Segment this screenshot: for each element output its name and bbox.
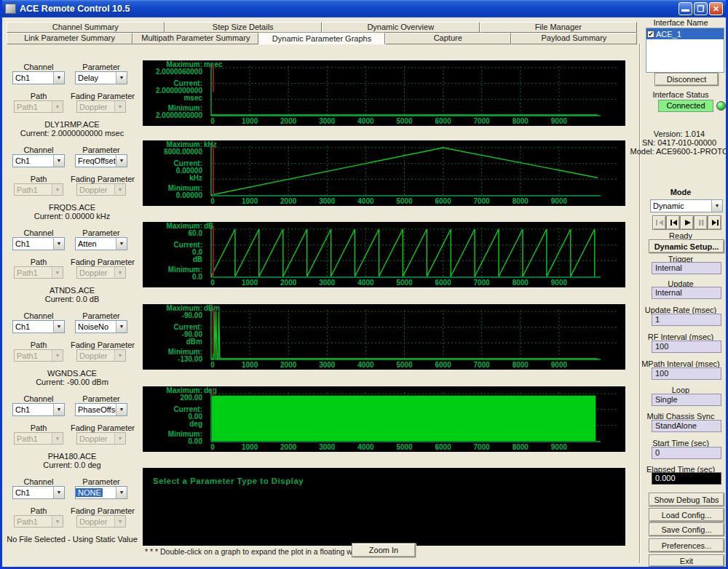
channel-dropdown[interactable]: Ch1▼ — [12, 237, 65, 250]
parameter-dropdown[interactable]: NoiseNo▼ — [75, 320, 127, 333]
channel-dropdown[interactable]: Ch1▼ — [12, 320, 65, 333]
chevron-down-icon[interactable]: ▼ — [53, 487, 64, 498]
trigger-field[interactable]: Internal — [652, 262, 721, 274]
step-back-icon[interactable] — [666, 215, 680, 230]
chevron-down-icon: ▼ — [114, 433, 125, 444]
loop-field[interactable]: Single — [652, 394, 721, 406]
maximize-button-icon[interactable]: ❒ — [694, 2, 708, 15]
path-label: Path — [12, 92, 65, 100]
load-config--button[interactable]: Load Config... — [649, 508, 724, 522]
parameter-group-3: ChannelParameterCh1▼Atten▼PathFading Par… — [2, 228, 142, 311]
tab-step-size-details[interactable]: Step Size Details — [165, 22, 323, 33]
svg-text:6000: 6000 — [435, 279, 451, 287]
mode-dropdown[interactable]: Dynamic ▼ — [650, 199, 723, 212]
tab-file-manager[interactable]: File Manager — [480, 22, 638, 33]
chevron-down-icon[interactable]: ▼ — [53, 72, 64, 84]
svg-text:7000: 7000 — [474, 197, 491, 205]
parameter-dropdown[interactable]: PhaseOffset▼ — [75, 403, 127, 416]
chevron-down-icon[interactable]: ▼ — [116, 238, 127, 250]
chevron-down-icon[interactable]: ▼ — [53, 155, 64, 167]
rf-interval-msec--field[interactable]: 100 — [652, 341, 721, 353]
chevron-down-icon[interactable]: ▼ — [116, 487, 127, 498]
play-icon[interactable] — [680, 215, 694, 230]
chevron-down-icon[interactable]: ▼ — [116, 155, 127, 167]
disconnect-button[interactable]: Disconnect — [654, 73, 719, 86]
tab-link-parameter-summary[interactable]: Link Parameter Summary — [7, 33, 132, 44]
mpath-interval-msec--field[interactable]: 100 — [652, 367, 721, 380]
svg-text:8000: 8000 — [513, 117, 529, 125]
update-field[interactable]: Internal — [652, 287, 721, 299]
update-rate-msec--field[interactable]: 1 — [652, 314, 721, 326]
channel-label: Channel — [12, 477, 65, 486]
tab-dynamic-overview[interactable]: Dynamic Overview — [322, 22, 480, 33]
parameter-label: Parameter — [75, 146, 127, 154]
tab-capture[interactable]: Capture — [385, 33, 511, 44]
checkbox-checked-icon[interactable]: ✔ — [647, 31, 654, 38]
parameter-dropdown[interactable]: FreqOffset▼ — [75, 154, 127, 167]
graph-panel-1[interactable]: Maximum:2.0000060000Current:2.0000000000… — [143, 60, 625, 126]
mode-label: Mode — [636, 188, 726, 196]
parameter-dropdown[interactable]: Atten▼ — [75, 237, 127, 250]
start-time-sec--field[interactable]: 0 — [652, 447, 721, 459]
parameter-group-5: ChannelParameterCh1▼PhaseOffset▼PathFadi… — [2, 394, 142, 477]
svg-text:4000: 4000 — [357, 443, 374, 451]
exit-button[interactable]: Exit — [649, 554, 724, 567]
save-config--button[interactable]: Save Config... — [649, 522, 724, 536]
zoom-in-button[interactable]: Zoom In — [352, 543, 416, 557]
channel-dropdown[interactable]: Ch1▼ — [12, 403, 65, 416]
show-debug-tabs-button[interactable]: Show Debug Tabs — [649, 493, 724, 506]
path-value: Path1 — [15, 351, 52, 360]
svg-text:7000: 7000 — [474, 117, 491, 125]
svg-text:7000: 7000 — [474, 443, 491, 451]
path-label: Path — [12, 506, 65, 515]
graph-panel-6[interactable]: Select a Parameter Type to Display — [143, 468, 625, 546]
path-dropdown-disabled: Path1▼ — [14, 100, 63, 113]
graph-panel-4[interactable]: Maximum:-90.00Current:-90.00dBmMinimum:-… — [143, 304, 625, 370]
graph-panel-5[interactable]: Maximum:200.00Current:0.00degMinimum:0.0… — [143, 386, 625, 452]
svg-text:9000: 9000 — [551, 279, 568, 287]
graph-panel-3[interactable]: Maximum:60.0Current:0.0dBMinimum:0.0dB01… — [143, 222, 625, 287]
interface-list-item[interactable]: ✔ ACE_1 — [646, 28, 724, 39]
ace-file-name: ATNDS.ACE — [2, 286, 142, 295]
path-dropdown-disabled: Path1▼ — [14, 432, 63, 445]
svg-text:3000: 3000 — [319, 279, 336, 287]
minimize-button-icon[interactable]: ▬ — [678, 2, 692, 15]
channel-dropdown[interactable]: Ch1▼ — [12, 486, 65, 499]
graph-panel-2[interactable]: Maximum:6000.00000Current:0.00000kHzMini… — [143, 140, 625, 206]
svg-text:9000: 9000 — [551, 197, 568, 205]
multi-chassis-sync-field[interactable]: StandAlone — [652, 420, 721, 432]
parameter-label: Parameter — [75, 228, 127, 237]
channel-dropdown[interactable]: Ch1▼ — [12, 71, 65, 84]
pause-icon — [694, 215, 708, 230]
panel-separator — [639, 44, 641, 563]
fading-dropdown-disabled: Doppler▼ — [76, 266, 126, 279]
interface-list[interactable]: ✔ ACE_1 — [646, 28, 724, 73]
chevron-down-icon: ▼ — [114, 350, 125, 361]
path-label: Path — [12, 341, 65, 349]
parameter-label: Parameter — [75, 63, 127, 71]
svg-text:4000: 4000 — [357, 197, 374, 205]
chevron-down-icon[interactable]: ▼ — [116, 321, 127, 333]
path-label: Path — [12, 175, 65, 183]
chevron-down-icon[interactable]: ▼ — [53, 238, 64, 250]
tab-channel-summary[interactable]: Channel Summary — [7, 22, 165, 33]
tab-multipath-parameter-summary[interactable]: Multipath Parameter Summary — [132, 33, 258, 44]
close-button-icon[interactable]: ✕ — [709, 2, 723, 15]
dynamic-setup-button[interactable]: Dynamic Setup... — [649, 239, 724, 253]
tab-dynamic-parameter-graphs[interactable]: Dynamic Parameter Graphs — [258, 33, 384, 44]
chevron-down-icon[interactable]: ▼ — [711, 200, 722, 212]
graph-placeholder-message: Select a Parameter Type to Display — [153, 477, 304, 485]
svg-text:5000: 5000 — [396, 443, 413, 451]
svg-text:6000: 6000 — [435, 361, 451, 369]
chevron-down-icon[interactable]: ▼ — [53, 321, 64, 333]
skip-end-icon[interactable] — [708, 215, 721, 230]
parameter-dropdown[interactable]: NONE▼ — [75, 486, 127, 499]
parameter-dropdown[interactable]: Delay▼ — [75, 71, 127, 84]
channel-value: Ch1 — [13, 488, 53, 497]
chevron-down-icon[interactable]: ▼ — [53, 404, 64, 415]
preferences--button[interactable]: Preferences... — [649, 538, 724, 552]
chevron-down-icon[interactable]: ▼ — [116, 404, 127, 415]
channel-dropdown[interactable]: Ch1▼ — [12, 154, 65, 167]
chevron-down-icon[interactable]: ▼ — [116, 72, 127, 84]
tab-payload-summary[interactable]: Payload Summary — [511, 33, 637, 44]
